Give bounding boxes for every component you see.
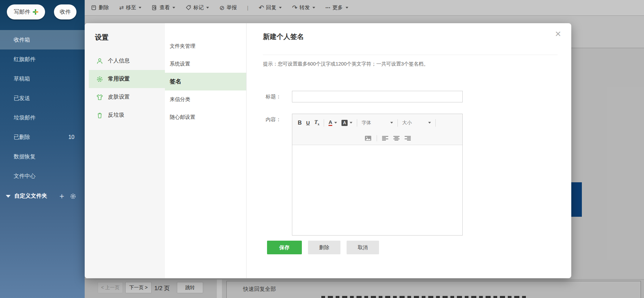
clear-format-t: T bbox=[314, 119, 318, 125]
deleted-count-badge: 10 bbox=[68, 127, 74, 147]
add-folder-button[interactable]: + bbox=[59, 191, 64, 201]
custom-folders-label: 自定义文件夹 bbox=[14, 193, 47, 200]
background-color-button[interactable]: A bbox=[341, 120, 352, 126]
clear-format-x: x bbox=[318, 123, 319, 126]
tshirt-icon bbox=[96, 94, 103, 101]
sidebar-nav: 收件箱 红旗邮件 草稿箱 已发送 垃圾邮件 已删除 10 数据恢复 文件中心 bbox=[0, 30, 85, 186]
image-icon bbox=[365, 136, 372, 141]
underline-button[interactable]: U bbox=[306, 120, 310, 126]
settings-nav-anti-spam[interactable]: 反垃圾 bbox=[89, 106, 165, 124]
align-right-icon bbox=[405, 136, 411, 141]
editor-separator bbox=[435, 119, 436, 127]
person-icon bbox=[96, 58, 103, 65]
caret-down-icon bbox=[390, 122, 393, 124]
settings-nav-column: 设置 个人信息 常用设置 皮肤设置 反垃圾 bbox=[85, 23, 165, 278]
settings-nav-label: 个人信息 bbox=[108, 57, 130, 65]
editor-separator bbox=[324, 119, 324, 127]
title-field-label: 标题： bbox=[266, 94, 281, 100]
editor-toolbar: B U Tx A A 字体 bbox=[292, 114, 462, 145]
sidebar-item-flagged[interactable]: 红旗邮件 bbox=[0, 49, 85, 69]
subnav-label: 签名 bbox=[170, 78, 181, 85]
sidebar-item-label: 文件中心 bbox=[14, 173, 36, 179]
subnav-label: 随心邮设置 bbox=[170, 114, 195, 120]
clear-format-button[interactable]: Tx bbox=[314, 119, 319, 126]
settings-nav-skin-settings[interactable]: 皮肤设置 bbox=[89, 88, 165, 106]
sidebar-item-data-recovery[interactable]: 数据恢复 bbox=[0, 147, 85, 166]
cancel-button[interactable]: 取消 bbox=[347, 241, 379, 254]
content-field-label: 内容： bbox=[266, 116, 281, 123]
sidebar-item-label: 已删除 bbox=[14, 134, 30, 140]
settings-title: 设置 bbox=[95, 33, 109, 42]
title-divider bbox=[263, 55, 558, 55]
align-left-button[interactable] bbox=[382, 136, 388, 141]
font-family-dropdown[interactable]: 字体 bbox=[362, 120, 393, 126]
subnav-system-settings[interactable]: 系统设置 bbox=[165, 55, 246, 73]
sidebar-item-label: 垃圾邮件 bbox=[14, 115, 36, 120]
editor-separator bbox=[357, 119, 357, 127]
align-center-button[interactable] bbox=[393, 136, 400, 141]
custom-folders-row[interactable]: 自定义文件夹 + bbox=[0, 190, 85, 203]
sidebar-item-sent[interactable]: 已发送 bbox=[0, 88, 85, 108]
caret-down-icon bbox=[428, 122, 431, 124]
receive-mail-button[interactable]: 收件 bbox=[54, 4, 76, 19]
insert-image-button[interactable] bbox=[365, 136, 372, 141]
gear-icon bbox=[96, 76, 103, 83]
subnav-signature[interactable]: 签名 bbox=[165, 73, 246, 90]
font-color-button[interactable]: A bbox=[328, 119, 337, 126]
font-size-label: 大小 bbox=[402, 120, 412, 126]
caret-down-icon bbox=[334, 122, 337, 124]
plus-icon bbox=[33, 9, 38, 15]
sidebar-item-drafts[interactable]: 草稿箱 bbox=[0, 69, 85, 88]
sidebar-item-file-center[interactable]: 文件中心 bbox=[0, 166, 85, 186]
trash-bin-icon bbox=[96, 112, 103, 119]
collapse-triangle-icon[interactable] bbox=[6, 195, 11, 198]
font-size-dropdown[interactable]: 大小 bbox=[402, 120, 431, 126]
editor-toolbar-row-1: B U Tx A A 字体 bbox=[292, 114, 462, 131]
close-icon[interactable]: × bbox=[555, 29, 561, 39]
subnav-label: 文件夹管理 bbox=[170, 43, 195, 49]
settings-nav-common-settings[interactable]: 常用设置 bbox=[89, 70, 165, 88]
settings-modal: 设置 个人信息 常用设置 皮肤设置 反垃圾 文件夹管理 bbox=[85, 23, 571, 278]
sidebar-item-label: 收件箱 bbox=[14, 37, 30, 43]
font-family-label: 字体 bbox=[362, 120, 371, 126]
subnav-incoming-classification[interactable]: 来信分类 bbox=[165, 90, 246, 108]
settings-subnav-column: 文件夹管理 系统设置 签名 来信分类 随心邮设置 bbox=[165, 23, 247, 278]
sidebar: 写邮件 收件 收件箱 红旗邮件 草稿箱 已发送 垃圾邮件 已删除 bbox=[0, 0, 85, 298]
editor-separator bbox=[397, 119, 398, 127]
sidebar-item-label: 草稿箱 bbox=[14, 76, 30, 82]
subnav-suixin-mail[interactable]: 随心邮设置 bbox=[165, 108, 246, 126]
align-right-button[interactable] bbox=[405, 136, 411, 141]
signature-hint-text: 提示：您可设置最多600个汉字或1200个英文字符；一共可设置3个签名档。 bbox=[263, 61, 429, 67]
save-button[interactable]: 保存 bbox=[267, 241, 302, 254]
settings-nav-label: 皮肤设置 bbox=[108, 94, 130, 101]
compose-button[interactable]: 写邮件 bbox=[7, 4, 45, 19]
bg-color-a-icon: A bbox=[341, 120, 348, 126]
folder-settings-gear-icon[interactable] bbox=[70, 193, 76, 200]
mail-app-screen: 写邮件 收件 收件箱 红旗邮件 草稿箱 已发送 垃圾邮件 已删除 bbox=[0, 0, 644, 298]
panel-title: 新建个人签名 bbox=[263, 32, 304, 41]
subnav-folder-management[interactable]: 文件夹管理 bbox=[165, 37, 246, 55]
signature-content-textarea[interactable] bbox=[292, 145, 462, 235]
sidebar-item-label: 红旗邮件 bbox=[14, 56, 36, 62]
settings-nav-label: 反垃圾 bbox=[108, 112, 124, 119]
rich-text-editor: B U Tx A A 字体 bbox=[292, 114, 463, 236]
sidebar-item-deleted[interactable]: 已删除 10 bbox=[0, 127, 85, 147]
signature-title-input[interactable] bbox=[292, 91, 463, 102]
sidebar-item-inbox[interactable]: 收件箱 bbox=[0, 30, 85, 49]
delete-button[interactable]: 删除 bbox=[308, 241, 340, 254]
signature-panel: × 新建个人签名 提示：您可设置最多600个汉字或1200个英文字符；一共可设置… bbox=[247, 23, 571, 278]
caret-down-icon bbox=[350, 122, 352, 124]
align-left-icon bbox=[382, 136, 388, 141]
settings-nav-label: 常用设置 bbox=[108, 75, 130, 83]
settings-nav-personal-info[interactable]: 个人信息 bbox=[89, 52, 165, 70]
compose-label: 写邮件 bbox=[14, 9, 30, 16]
align-center-icon bbox=[393, 136, 400, 141]
subnav-label: 系统设置 bbox=[170, 61, 190, 67]
font-color-a-icon: A bbox=[328, 119, 332, 126]
receive-label: 收件 bbox=[60, 9, 71, 16]
sidebar-item-spam[interactable]: 垃圾邮件 bbox=[0, 108, 85, 127]
bold-button[interactable]: B bbox=[298, 120, 302, 126]
sidebar-item-label: 数据恢复 bbox=[14, 154, 36, 159]
editor-separator bbox=[377, 135, 377, 141]
panel-buttons-row: 保存 删除 取消 bbox=[267, 241, 379, 254]
